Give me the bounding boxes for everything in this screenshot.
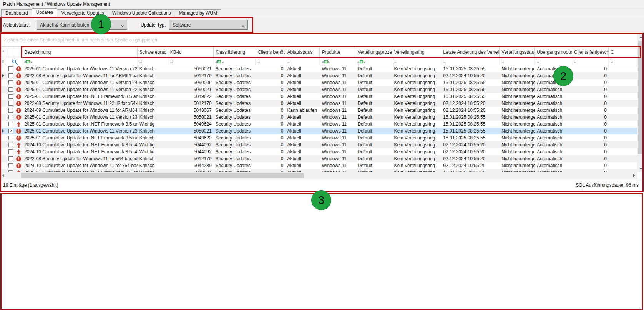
column-header-bezeichnung[interactable]: Bezeichnung (22, 47, 138, 58)
row-checkbox[interactable] (8, 143, 13, 147)
filter-cell-verteilungsring[interactable]: = (392, 58, 441, 65)
filter-bar: Ablaufstatus: Aktuell & Kann ablaufen Up… (0, 17, 644, 33)
cell-clients-ben-tigt: 0 (256, 128, 285, 134)
tab-updates[interactable]: Updates (32, 8, 58, 17)
cell-verteilungsstatus: Nicht heruntergel... (500, 107, 535, 114)
column-header-verteilungsstatus[interactable]: Verteilungsstatus (500, 47, 535, 58)
cell-produkte: Windows 11 (320, 86, 355, 93)
table-row[interactable]: !2025-01 Cumulative Update for Windows 1… (0, 86, 637, 93)
vertical-scrollbar[interactable] (637, 34, 644, 172)
pin-icon[interactable] (0, 58, 7, 65)
table-row[interactable]: !2025-01 Cumulative Update for Windows 1… (0, 79, 637, 86)
row-checkbox[interactable] (8, 136, 13, 140)
severity-icon-cell: ! (15, 93, 22, 100)
column-header-bergangsmodus[interactable]: Übergangsmodus (535, 47, 572, 58)
row-checkbox[interactable] (8, 156, 13, 161)
filter-cell-kb-id[interactable]: = (168, 58, 214, 65)
table-row[interactable]: !2022-08 Security Update for Windows 11 … (0, 100, 637, 107)
column-header-ablaufstatus[interactable]: Ablaufstatus (285, 47, 320, 58)
filter-cell-schweregrad[interactable]: = (138, 58, 168, 65)
row-checkbox[interactable] (8, 108, 13, 113)
column-header-produkte[interactable]: Produkte (320, 47, 355, 58)
cell-schweregrad: Kritisch (138, 155, 168, 162)
row-checkbox[interactable] (8, 66, 13, 71)
cell-verteilungsstatus: Nicht heruntergel... (500, 128, 535, 134)
scroll-up-icon[interactable] (639, 36, 642, 38)
column-header-kb-id[interactable]: KB-Id (168, 47, 214, 58)
column-header-schweregrad[interactable]: Schweregrad (138, 47, 168, 58)
column-header-verteilungsring[interactable]: Verteilungsring (392, 47, 441, 58)
filter-cell-bergangsmodus[interactable]: = (535, 58, 572, 65)
table-row[interactable]: !2025-01 Cumulative Update for .NET Fram… (0, 93, 637, 100)
select-all-header[interactable]: * (0, 47, 7, 58)
filter-cell-clients-fehlgeschla[interactable]: = (572, 58, 609, 65)
table-row[interactable]: !2025-01 Cumulative Update for Windows 1… (0, 114, 637, 121)
cell-produkte: Windows 11 (320, 114, 355, 121)
column-header-c[interactable]: C (609, 47, 637, 58)
tab-managed-by-wum[interactable]: Managed by WUM (175, 9, 221, 17)
horizontal-scrollbar-thumb[interactable] (21, 173, 304, 178)
table-row[interactable]: 2024-10 Cumulative Update for .NET Frame… (0, 141, 637, 148)
column-header-verteilungsprozess[interactable]: Verteilungsprozess (355, 47, 392, 58)
row-checkbox[interactable] (8, 122, 13, 126)
cell-produkte: Windows 11 (320, 107, 355, 114)
severity-icon-cell (15, 141, 22, 148)
row-checkbox[interactable] (8, 101, 13, 106)
tab-windows-update-collections[interactable]: Windows Update Collections (108, 9, 175, 17)
scroll-down-icon[interactable] (639, 168, 642, 170)
ablaufstatus-dropdown[interactable]: Aktuell & Kann ablaufen (37, 20, 127, 30)
critical-exclamation-icon: ! (16, 136, 21, 141)
column-header-clients-ben-tigt[interactable]: Clients benötigt (256, 47, 285, 58)
table-row[interactable]: 2025-01 Cumulative Update for .NET Frame… (0, 169, 637, 172)
tab-verweigerte-updates[interactable]: Verweigerte Updates (57, 9, 108, 17)
cell-bergangsmodus: Automatisch (535, 114, 572, 121)
row-checkbox[interactable] (8, 73, 13, 78)
table-row[interactable]: !2025-01 Cumulative Update for .NET Fram… (0, 134, 637, 141)
column-header-clients-fehlgeschla[interactable]: Clients fehlgeschla... (572, 47, 609, 58)
row-checkbox[interactable] (8, 94, 13, 99)
table-row[interactable]: !2022-08 Security Update for Windows 11 … (0, 72, 637, 79)
filter-cell-letzte-nderung-des-verteilungsri[interactable]: = (441, 58, 500, 65)
table-row[interactable]: 2025-01 Cumulative Update for .NET Frame… (0, 121, 637, 128)
filter-cell-verteilungsstatus[interactable]: = (500, 58, 535, 65)
search-icon[interactable] (7, 58, 22, 65)
filter-cell-produkte[interactable]: aBc (320, 58, 355, 65)
row-checkbox[interactable] (8, 80, 13, 85)
severity-icon-cell: ! (15, 100, 22, 107)
scroll-right-icon[interactable] (633, 174, 635, 177)
row-checkbox[interactable] (8, 115, 13, 119)
row-checkbox[interactable] (8, 87, 13, 92)
cell-klassifizierung: Security Updates (214, 162, 256, 169)
filter-cell-verteilungsprozess[interactable]: aBc (355, 58, 392, 65)
tab-dashboard[interactable]: Dashboard (1, 9, 32, 17)
vertical-scrollbar-thumb[interactable] (638, 41, 643, 154)
cell-verteilungsring: Kein Verteilungsring (392, 162, 441, 169)
row-checkbox[interactable] (8, 129, 13, 133)
table-row[interactable]: !2024-10 Cumulative Update for Windows 1… (0, 162, 637, 169)
filter-cell-bezeichnung[interactable]: aBc (22, 58, 138, 65)
table-row[interactable]: !2024-09 Cumulative Update for Windows 1… (0, 107, 637, 114)
update-typ-dropdown[interactable]: Software (169, 20, 248, 30)
equals-filter-icon: = (170, 59, 173, 64)
filter-cell-ablaufstatus[interactable]: = (285, 58, 320, 65)
column-header-klassifizierung[interactable]: Klassifizierung (214, 47, 256, 58)
row-checkbox[interactable] (8, 163, 13, 168)
filter-cell-klassifizierung[interactable]: aBc (214, 58, 256, 65)
filter-cell-clients-ben-tigt[interactable]: = (256, 58, 285, 65)
filter-cell-c[interactable]: = (609, 58, 637, 65)
table-row[interactable]: 2024-10 Cumulative Update for .NET Frame… (0, 148, 637, 155)
critical-exclamation-icon: ! (16, 80, 21, 85)
column-header-letzte-nderung-des-verteilungsri[interactable]: Letzte Änderung des Verteilungsri... (441, 47, 500, 58)
table-row[interactable]: !2025-01 Cumulative Update for Windows 1… (0, 128, 637, 134)
detail-panel: 2025-01 Cumulative Update for Windows 11… (0, 192, 644, 312)
critical-exclamation-icon: ! (16, 101, 21, 106)
cell-verteilungsprozess: Default (355, 128, 392, 134)
cell-produkte: Windows 11 (320, 121, 355, 128)
table-row[interactable]: !2022-08 Security Update for Windows 11 … (0, 155, 637, 162)
table-row[interactable]: !2025-01 Cumulative Update for Windows 1… (0, 65, 637, 72)
row-checkbox[interactable] (8, 149, 13, 154)
cell-clients-fehlgeschla: 0 (572, 79, 609, 86)
equals-filter-icon: = (139, 59, 142, 64)
horizontal-scrollbar[interactable] (0, 172, 637, 179)
scroll-left-icon[interactable] (2, 174, 4, 177)
